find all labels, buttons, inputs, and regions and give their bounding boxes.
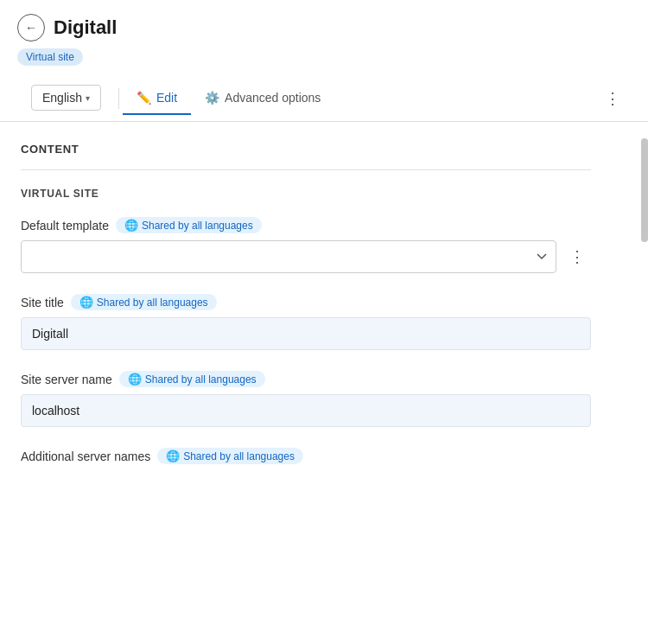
language-dropdown[interactable]: English ▾ — [31, 85, 101, 111]
shared-badge-label-additional-server-names: Shared by all languages — [183, 450, 295, 462]
field-group-site-server-name: Site server name 🌐 Shared by all languag… — [21, 371, 591, 427]
default-template-select[interactable] — [21, 240, 556, 273]
language-label: English — [42, 91, 82, 105]
back-arrow-icon: ← — [25, 22, 37, 34]
field-label-site-server-name: Site server name — [21, 373, 112, 386]
site-server-name-input[interactable] — [21, 394, 591, 427]
dropdown-row-default-template: ⋮ — [21, 240, 591, 273]
section-heading: CONTENT — [21, 143, 591, 156]
back-button[interactable]: ← — [17, 14, 45, 41]
gear-icon: ⚙️ — [205, 91, 219, 105]
header: ← Digitall Virtual site English ▾ ✏️ Edi… — [0, 0, 648, 122]
field-group-additional-server-names: Additional server names 🌐 Shared by all … — [21, 448, 591, 464]
tab-edit-label: Edit — [156, 91, 177, 105]
field-group-site-title: Site title 🌐 Shared by all languages — [21, 294, 591, 350]
more-vert-icon: ⋮ — [569, 247, 585, 266]
tabs-row: English ▾ ✏️ Edit ⚙️ Advanced options ⋮ — [17, 76, 631, 121]
more-vert-icon: ⋮ — [605, 89, 620, 108]
sub-section-heading: VIRTUAL SITE — [21, 188, 591, 200]
shared-badge-label-site-title: Shared by all languages — [97, 296, 208, 309]
field-label-site-title: Site title — [21, 296, 64, 309]
tabs-more-button[interactable]: ⋮ — [594, 82, 631, 115]
field-label-row-site-server-name: Site server name 🌐 Shared by all languag… — [21, 371, 591, 387]
edit-pencil-icon: ✏️ — [137, 91, 151, 105]
globe-icon: 🌐 — [166, 450, 180, 462]
globe-icon: 🌐 — [124, 219, 138, 232]
virtual-site-badge: Virtual site — [17, 48, 83, 66]
shared-badge-additional-server-names: 🌐 Shared by all languages — [157, 448, 303, 464]
title-row: ← Digitall — [17, 14, 631, 41]
dropdown-more-button[interactable]: ⋮ — [563, 243, 591, 271]
tab-advanced[interactable]: ⚙️ Advanced options — [191, 82, 334, 115]
shared-badge-label-default-template: Shared by all languages — [142, 220, 253, 232]
globe-icon: 🌐 — [128, 373, 142, 386]
field-group-default-template: Default template 🌐 Shared by all languag… — [21, 217, 591, 273]
shared-badge-site-title: 🌐 Shared by all languages — [71, 294, 217, 310]
section-divider — [21, 169, 591, 170]
shared-badge-site-server-name: 🌐 Shared by all languages — [119, 371, 265, 387]
shared-badge-default-template: 🌐 Shared by all languages — [116, 217, 262, 233]
shared-badge-label-site-server-name: Shared by all languages — [145, 373, 257, 386]
field-label-row-additional-server-names: Additional server names 🌐 Shared by all … — [21, 448, 591, 464]
page-title: Digitall — [54, 16, 117, 39]
chevron-down-icon: ▾ — [86, 93, 90, 103]
tab-language[interactable]: English ▾ — [17, 76, 115, 121]
globe-icon: 🌐 — [79, 296, 93, 309]
tab-divider — [118, 88, 119, 109]
site-title-input[interactable] — [21, 317, 591, 350]
tab-advanced-label: Advanced options — [225, 91, 321, 105]
main-content: CONTENT VIRTUAL SITE Default template 🌐 … — [0, 122, 648, 506]
field-label-row-default-template: Default template 🌐 Shared by all languag… — [21, 217, 591, 233]
field-label-row-site-title: Site title 🌐 Shared by all languages — [21, 294, 591, 310]
field-label-additional-server-names: Additional server names — [21, 450, 150, 463]
field-label-default-template: Default template — [21, 219, 109, 233]
content-inner: CONTENT VIRTUAL SITE Default template 🌐 … — [21, 143, 591, 464]
tab-edit[interactable]: ✏️ Edit — [123, 82, 191, 115]
